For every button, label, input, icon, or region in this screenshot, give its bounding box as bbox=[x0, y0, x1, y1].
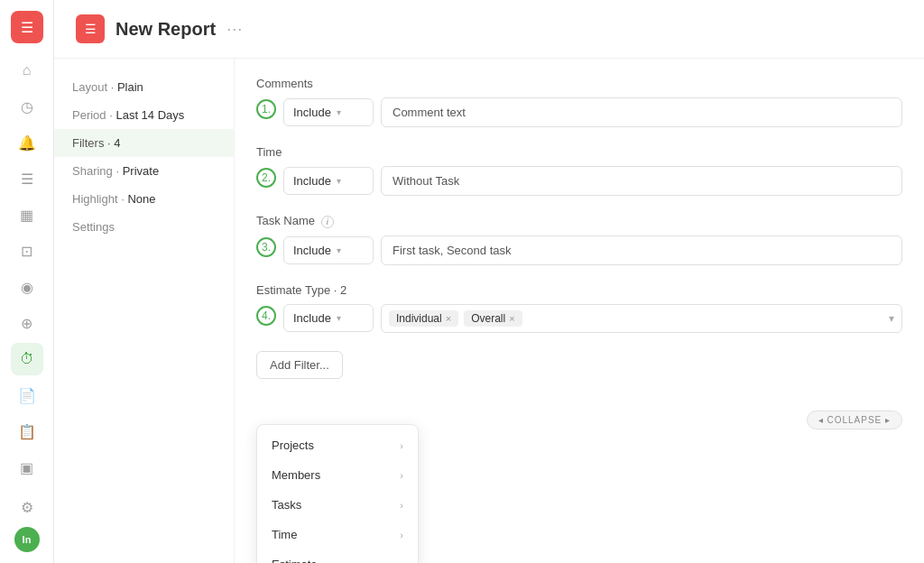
filter-3-label: Task Name i bbox=[256, 214, 902, 228]
filter-1-label: Comments bbox=[256, 77, 902, 90]
logo-icon: ☰ bbox=[21, 19, 33, 36]
filters-item[interactable]: Filters · 4 bbox=[54, 129, 234, 157]
tag-overall: Overall × bbox=[464, 310, 522, 327]
filter-config-panel: Comments 1. Include ▾ Comment text bbox=[235, 59, 924, 563]
chevron-down-icon: ▾ bbox=[337, 245, 341, 255]
filter-2-row: 2. Include ▾ Without Task bbox=[256, 166, 902, 196]
sidebar-item-calendar[interactable]: ▦ bbox=[11, 198, 43, 231]
filter-3-controls: Include ▾ First task, Second task bbox=[283, 235, 902, 265]
period-value: Last 14 Days bbox=[116, 108, 184, 122]
page-header: ☰ New Report ··· bbox=[54, 0, 924, 59]
tag-individual: Individual × bbox=[389, 310, 458, 327]
report-icon-glyph: ☰ bbox=[85, 22, 97, 36]
dropdown-tasks-label: Tasks bbox=[272, 498, 301, 512]
chevron-right-icon: › bbox=[400, 440, 403, 451]
filter-2-include-label: Include bbox=[293, 174, 331, 188]
filter-2-number: 2. bbox=[256, 168, 276, 188]
filter-2-value-input[interactable]: Without Task bbox=[381, 166, 902, 196]
report-icon: ☰ bbox=[76, 14, 105, 43]
sidebar-item-clock[interactable]: ◷ bbox=[11, 90, 43, 123]
info-icon: i bbox=[321, 216, 334, 228]
chevron-down-icon: ▾ bbox=[337, 176, 341, 186]
dropdown-estimate[interactable]: Estimate › bbox=[257, 549, 418, 563]
filter-4-tags-box[interactable]: Individual × Overall × ▾ bbox=[381, 304, 902, 333]
sidebar-item-clipboard[interactable]: 📋 bbox=[11, 415, 43, 448]
filters-value: 4 bbox=[114, 136, 120, 150]
settings-key: Settings bbox=[72, 220, 115, 234]
settings-panel: Layout · Plain Period · Last 14 Days Fil… bbox=[54, 59, 235, 563]
chevron-right-icon: › bbox=[400, 470, 403, 481]
sidebar-bottom: ⚙ In bbox=[11, 491, 43, 552]
sidebar-item-box[interactable]: ▣ bbox=[11, 451, 43, 484]
sidebar-item-users[interactable]: ⊕ bbox=[11, 307, 43, 339]
filter-4-controls: Include ▾ Individual × Overall × ▾ bbox=[283, 304, 902, 333]
collapse-button[interactable]: ◂ COLLAPSE ▸ bbox=[807, 411, 902, 429]
filter-4-include-label: Include bbox=[293, 311, 331, 325]
sharing-key: Sharing · bbox=[72, 164, 123, 178]
highlight-item[interactable]: Highlight · None bbox=[54, 185, 234, 213]
filter-2-controls: Include ▾ Without Task bbox=[283, 166, 902, 196]
dropdown-time[interactable]: Time › bbox=[257, 520, 418, 549]
user-badge[interactable]: In bbox=[14, 527, 40, 552]
dropdown-members-label: Members bbox=[272, 468, 320, 482]
dropdown-projects[interactable]: Projects › bbox=[257, 430, 418, 460]
filter-1-controls: Include ▾ Comment text bbox=[283, 97, 902, 127]
filter-3-value-input[interactable]: First task, Second task bbox=[381, 235, 902, 265]
filter-1-include-select[interactable]: Include ▾ bbox=[283, 98, 374, 126]
filter-3-block: Task Name i 3. Include ▾ First task, Sec… bbox=[256, 214, 902, 265]
chevron-right-icon: › bbox=[400, 500, 403, 511]
sidebar-item-bell[interactable]: 🔔 bbox=[11, 126, 43, 159]
tags-dropdown-icon[interactable]: ▾ bbox=[889, 312, 894, 325]
filter-1-number: 1. bbox=[256, 99, 276, 119]
remove-overall-button[interactable]: × bbox=[509, 313, 514, 324]
page-title: New Report bbox=[116, 19, 216, 40]
filter-3-number: 3. bbox=[256, 237, 276, 257]
filter-3-include-label: Include bbox=[293, 244, 331, 257]
filter-2-include-select[interactable]: Include ▾ bbox=[283, 167, 374, 195]
layout-item[interactable]: Layout · Plain bbox=[54, 73, 234, 101]
filter-3-include-select[interactable]: Include ▾ bbox=[283, 236, 374, 264]
dropdown-estimate-label: Estimate bbox=[272, 558, 318, 563]
sidebar-item-list[interactable]: ☰ bbox=[11, 162, 43, 195]
settings-item[interactable]: Settings bbox=[54, 213, 234, 241]
content-area: Layout · Plain Period · Last 14 Days Fil… bbox=[54, 59, 924, 563]
sidebar-item-home[interactable]: ⌂ bbox=[11, 54, 43, 87]
filter-4-row: 4. Include ▾ Individual × Overall × ▾ bbox=[256, 304, 902, 333]
filter-1-block: Comments 1. Include ▾ Comment text bbox=[256, 77, 902, 127]
sidebar-item-doc[interactable]: 📄 bbox=[11, 379, 43, 411]
filter-2-content: Include ▾ Without Task bbox=[283, 166, 902, 196]
period-key: Period · bbox=[72, 108, 116, 122]
dropdown-tasks[interactable]: Tasks › bbox=[257, 490, 418, 520]
sidebar-item-person[interactable]: ◉ bbox=[11, 271, 43, 303]
sidebar-item-bag[interactable]: ⊡ bbox=[11, 235, 43, 267]
filter-2-block: Time 2. Include ▾ Without Task bbox=[256, 145, 902, 196]
more-options-button[interactable]: ··· bbox=[226, 20, 243, 39]
filters-key: Filters · bbox=[72, 136, 114, 150]
settings-icon[interactable]: ⚙ bbox=[11, 491, 43, 523]
filter-3-content: Include ▾ First task, Second task bbox=[283, 235, 902, 265]
sidebar-item-timer[interactable]: ⏱ bbox=[11, 343, 43, 375]
dropdown-members[interactable]: Members › bbox=[257, 460, 418, 490]
sharing-value: Private bbox=[123, 164, 159, 178]
chevron-down-icon: ▾ bbox=[337, 107, 341, 117]
filter-4-number: 4. bbox=[256, 306, 276, 326]
dropdown-projects-label: Projects bbox=[272, 438, 314, 452]
filter-1-value-input[interactable]: Comment text bbox=[381, 97, 902, 127]
layout-value: Plain bbox=[117, 80, 143, 94]
highlight-value: None bbox=[127, 192, 155, 206]
filter-type-dropdown: Projects › Members › Tasks › Time › Esti… bbox=[256, 424, 419, 563]
filter-4-content: Include ▾ Individual × Overall × ▾ bbox=[283, 304, 902, 333]
sharing-item[interactable]: Sharing · Private bbox=[54, 157, 234, 185]
app-logo[interactable]: ☰ bbox=[11, 11, 43, 43]
filter-2-label: Time bbox=[256, 145, 902, 159]
remove-individual-button[interactable]: × bbox=[446, 313, 451, 324]
filter-4-block: Estimate Type · 2 4. Include ▾ Individua… bbox=[256, 283, 902, 333]
filter-1-content: Include ▾ Comment text bbox=[283, 97, 902, 127]
filter-3-row: 3. Include ▾ First task, Second task bbox=[256, 235, 902, 265]
main-content: ☰ New Report ··· Layout · Plain Period ·… bbox=[54, 0, 924, 563]
filter-1-include-label: Include bbox=[293, 106, 331, 119]
dropdown-time-label: Time bbox=[272, 528, 297, 541]
period-item[interactable]: Period · Last 14 Days bbox=[54, 101, 234, 129]
add-filter-button[interactable]: Add Filter... bbox=[256, 351, 343, 379]
filter-4-include-select[interactable]: Include ▾ bbox=[283, 304, 374, 332]
